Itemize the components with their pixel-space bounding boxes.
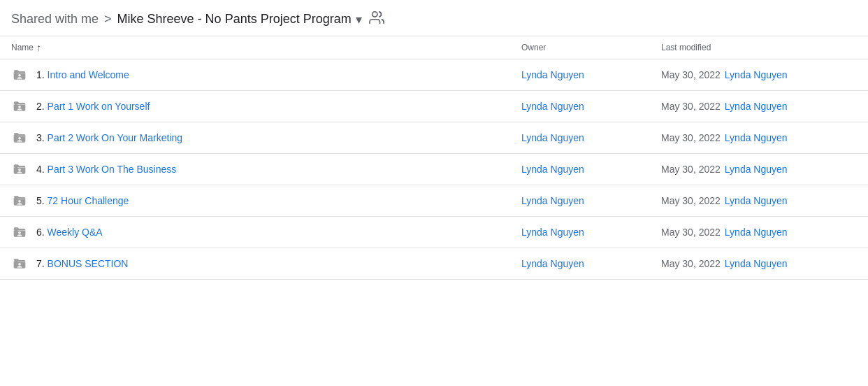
row-owner[interactable]: Lynda Nguyen (521, 258, 661, 269)
row-modified-date: May 30, 2022 (661, 101, 721, 112)
row-name-link[interactable]: 72 Hour Challenge (48, 195, 129, 206)
row-name-link[interactable]: BONUS SECTION (48, 258, 129, 269)
breadcrumb-current: Mike Shreeve - No Pants Project Program … (117, 12, 362, 27)
breadcrumb-current-text: Mike Shreeve - No Pants Project Program (117, 12, 352, 27)
row-name-link[interactable]: Intro and Welcome (48, 69, 129, 80)
svg-point-18 (18, 231, 21, 234)
row-name-text: 6. Weekly Q&A (36, 227, 103, 238)
row-name-cell: 5. 72 Hour Challenge (11, 192, 521, 209)
row-modified: May 30, 2022 Lynda Nguyen (661, 101, 857, 112)
folder-icon (11, 161, 28, 178)
table-row[interactable]: 4. Part 3 Work On The Business Lynda Ngu… (0, 154, 868, 185)
row-owner[interactable]: Lynda Nguyen (521, 101, 661, 112)
row-name-text: 2. Part 1 Work on Yourself (36, 101, 150, 112)
row-owner[interactable]: Lynda Nguyen (521, 195, 661, 206)
column-modified-header: Last modified (661, 43, 857, 52)
row-name-text: 5. 72 Hour Challenge (36, 195, 129, 206)
table-row[interactable]: 6. Weekly Q&A Lynda Nguyen May 30, 2022 … (0, 217, 868, 248)
column-name-header[interactable]: Name ↑ (11, 42, 521, 53)
table-row[interactable]: 7. BONUS SECTION Lynda Nguyen May 30, 20… (0, 248, 868, 280)
row-name-link[interactable]: Weekly Q&A (48, 227, 103, 238)
sort-icon: ↑ (36, 42, 41, 53)
row-name-cell: 7. BONUS SECTION (11, 255, 521, 272)
column-owner-header: Owner (521, 43, 661, 52)
folder-icon (11, 224, 28, 241)
row-modified-date: May 30, 2022 (661, 69, 721, 80)
row-modified-date: May 30, 2022 (661, 258, 721, 269)
row-name-link[interactable]: Part 3 Work On The Business (48, 164, 177, 175)
svg-point-9 (18, 137, 21, 140)
row-modified-date: May 30, 2022 (661, 195, 721, 206)
row-name-cell: 2. Part 1 Work on Yourself (11, 98, 521, 115)
row-modified-user[interactable]: Lynda Nguyen (725, 101, 788, 112)
row-modified: May 30, 2022 Lynda Nguyen (661, 227, 857, 238)
dropdown-icon[interactable]: ▾ (356, 12, 362, 27)
row-owner[interactable]: Lynda Nguyen (521, 227, 661, 238)
row-modified-user[interactable]: Lynda Nguyen (725, 195, 788, 206)
row-name-text: 4. Part 3 Work On The Business (36, 164, 176, 175)
row-modified: May 30, 2022 Lynda Nguyen (661, 164, 857, 175)
svg-point-8 (15, 134, 17, 137)
table-header: Name ↑ Owner Last modified (0, 36, 868, 59)
column-name-label: Name (11, 43, 34, 52)
folder-icon (11, 192, 28, 209)
row-modified: May 30, 2022 Lynda Nguyen (661, 132, 857, 143)
svg-point-12 (18, 169, 21, 171)
folder-icon (11, 98, 28, 115)
svg-point-20 (15, 260, 17, 263)
folder-icon (11, 255, 28, 272)
row-modified: May 30, 2022 Lynda Nguyen (661, 69, 857, 80)
row-modified-date: May 30, 2022 (661, 164, 721, 175)
row-owner[interactable]: Lynda Nguyen (521, 164, 661, 175)
row-modified-date: May 30, 2022 (661, 227, 721, 238)
svg-point-3 (18, 74, 21, 77)
row-name-link[interactable]: Part 2 Work On Your Marketing (48, 132, 183, 143)
svg-point-11 (15, 166, 17, 169)
row-modified-date: May 30, 2022 (661, 132, 721, 143)
row-name-text: 1. Intro and Welcome (36, 69, 129, 80)
row-modified: May 30, 2022 Lynda Nguyen (661, 195, 857, 206)
table-row[interactable]: 3. Part 2 Work On Your Marketing Lynda N… (0, 122, 868, 154)
folder-icon (11, 129, 28, 146)
row-name-link[interactable]: Part 1 Work on Yourself (48, 101, 150, 112)
breadcrumb-bar: Shared with me > Mike Shreeve - No Pants… (0, 0, 868, 36)
row-name-cell: 1. Intro and Welcome (11, 66, 521, 83)
breadcrumb-shared-link[interactable]: Shared with me (11, 12, 99, 27)
svg-point-2 (15, 71, 17, 74)
row-modified-user[interactable]: Lynda Nguyen (725, 227, 788, 238)
row-owner[interactable]: Lynda Nguyen (521, 132, 661, 143)
row-modified-user[interactable]: Lynda Nguyen (725, 132, 788, 143)
table-row[interactable]: 2. Part 1 Work on Yourself Lynda Nguyen … (0, 91, 868, 122)
row-name-cell: 3. Part 2 Work On Your Marketing (11, 129, 521, 146)
row-modified-user[interactable]: Lynda Nguyen (725, 258, 788, 269)
svg-point-6 (18, 106, 21, 108)
row-modified-user[interactable]: Lynda Nguyen (725, 164, 788, 175)
row-name-cell: 4. Part 3 Work On The Business (11, 161, 521, 178)
row-owner[interactable]: Lynda Nguyen (521, 69, 661, 80)
row-name-cell: 6. Weekly Q&A (11, 224, 521, 241)
svg-point-15 (18, 200, 21, 203)
table-row[interactable]: 1. Intro and Welcome Lynda Nguyen May 30… (0, 59, 868, 91)
people-icon[interactable] (369, 10, 384, 29)
svg-point-14 (15, 197, 17, 200)
row-modified-user[interactable]: Lynda Nguyen (725, 69, 788, 80)
table-row[interactable]: 5. 72 Hour Challenge Lynda Nguyen May 30… (0, 185, 868, 217)
breadcrumb-separator: > (104, 12, 112, 27)
row-name-text: 7. BONUS SECTION (36, 258, 128, 269)
svg-point-0 (372, 12, 377, 17)
svg-point-5 (15, 103, 17, 106)
row-modified: May 30, 2022 Lynda Nguyen (661, 258, 857, 269)
row-name-text: 3. Part 2 Work On Your Marketing (36, 132, 182, 143)
folder-icon (11, 66, 28, 83)
svg-point-21 (18, 263, 21, 266)
svg-point-17 (15, 229, 17, 231)
file-list: 1. Intro and Welcome Lynda Nguyen May 30… (0, 59, 868, 280)
